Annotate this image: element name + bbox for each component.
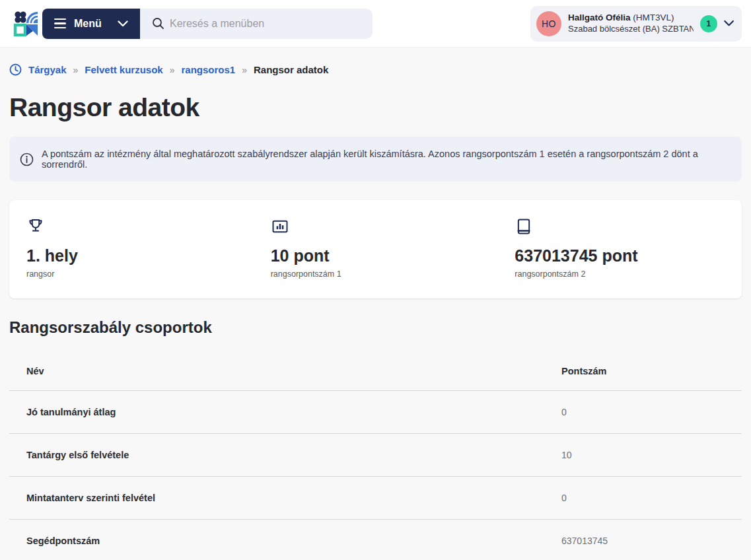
row-name: Mintatanterv szerinti felvétel xyxy=(26,493,561,503)
stat-value: 1. hely xyxy=(26,246,254,265)
page-title: Rangsor adatok xyxy=(9,93,742,122)
app-header: Menü HO Hallgató Ofélia (HMT3VL) Szabad … xyxy=(0,0,751,48)
trophy-icon xyxy=(26,217,254,237)
row-name: Tantárgy első felvétele xyxy=(26,450,561,460)
breadcrumb: Tárgyak » Felvett kurzusok » rangsoros1 … xyxy=(9,63,742,76)
history-clock-icon xyxy=(9,63,22,76)
book-icon xyxy=(515,217,742,237)
search-box xyxy=(140,9,373,39)
table-header-row: Név Pontszám xyxy=(9,351,742,391)
breadcrumb-separator: » xyxy=(73,65,79,75)
user-info: Hallgató Ofélia (HMT3VL) Szabad bölcsész… xyxy=(568,13,694,34)
breadcrumb-separator: » xyxy=(242,65,247,75)
stat-value: 10 pont xyxy=(271,246,498,265)
breadcrumb-link-targyak[interactable]: Tárgyak xyxy=(28,64,67,75)
menu-search-group: Menü xyxy=(42,9,373,39)
ranking-stats-card: 1. hely rangsor 10 pont rangsorpontszám … xyxy=(9,200,742,298)
table-row: Tantárgy első felvétele 10 xyxy=(9,434,742,477)
stat-rank: 1. hely rangsor xyxy=(9,217,254,279)
search-input[interactable] xyxy=(170,18,365,30)
chevron-down-icon xyxy=(118,20,128,27)
stat-label: rangsorpontszám 1 xyxy=(271,269,498,279)
notification-badge: 1 xyxy=(700,15,717,32)
stat-points2: 637013745 pont rangsorpontszám 2 xyxy=(497,217,742,279)
user-menu[interactable]: HO Hallgató Ofélia (HMT3VL) Szabad bölcs… xyxy=(530,6,742,42)
row-score: 0 xyxy=(561,407,742,417)
column-header-pontszam: Pontszám xyxy=(561,366,742,376)
section-title: Rangsorszabály csoportok xyxy=(9,318,742,337)
info-banner-text: A pontszám az intézmény által meghatároz… xyxy=(42,149,731,170)
neptun-logo-icon[interactable] xyxy=(9,9,38,38)
main-content: Tárgyak » Felvett kurzusok » rangsoros1 … xyxy=(0,63,751,560)
table-row: Mintatanterv szerinti felvétel 0 xyxy=(9,477,742,520)
table-row: Segédpontszám 637013745 xyxy=(9,520,742,560)
hamburger-icon xyxy=(54,18,66,28)
user-name: Hallgató Ofélia xyxy=(568,13,631,22)
rule-groups-table: Név Pontszám Jó tanulmányi átlag 0 Tantá… xyxy=(9,351,742,560)
stat-value: 637013745 pont xyxy=(515,246,742,265)
info-icon xyxy=(20,153,34,166)
bar-chart-icon xyxy=(271,217,498,237)
row-score: 10 xyxy=(561,450,742,460)
menu-button[interactable]: Menü xyxy=(42,9,140,39)
info-banner: A pontszám az intézmény által meghatároz… xyxy=(9,137,742,182)
table-row: Jó tanulmányi átlag 0 xyxy=(9,391,742,434)
user-program: Szabad bölcsészet (BA) SZBTANB1 - alapk… xyxy=(568,24,694,34)
avatar: HO xyxy=(536,11,561,36)
row-name: Jó tanulmányi átlag xyxy=(26,407,561,417)
user-code: (HMT3VL) xyxy=(633,13,674,22)
stat-label: rangsor xyxy=(26,269,254,279)
chevron-down-icon xyxy=(724,20,734,27)
menu-button-label: Menü xyxy=(74,18,102,30)
row-name: Segédpontszám xyxy=(26,536,561,546)
stat-label: rangsorpontszám 2 xyxy=(515,269,742,279)
row-score: 637013745 xyxy=(561,536,742,546)
breadcrumb-link-felvett-kurzusok[interactable]: Felvett kurzusok xyxy=(85,64,162,75)
breadcrumb-current: Rangsor adatok xyxy=(254,64,328,75)
stat-points1: 10 pont rangsorpontszám 1 xyxy=(254,217,498,279)
breadcrumb-link-rangsoros1[interactable]: rangsoros1 xyxy=(182,64,236,75)
search-icon xyxy=(152,17,164,30)
breadcrumb-separator: » xyxy=(170,65,175,75)
column-header-nev: Név xyxy=(26,366,561,376)
row-score: 0 xyxy=(561,493,742,503)
